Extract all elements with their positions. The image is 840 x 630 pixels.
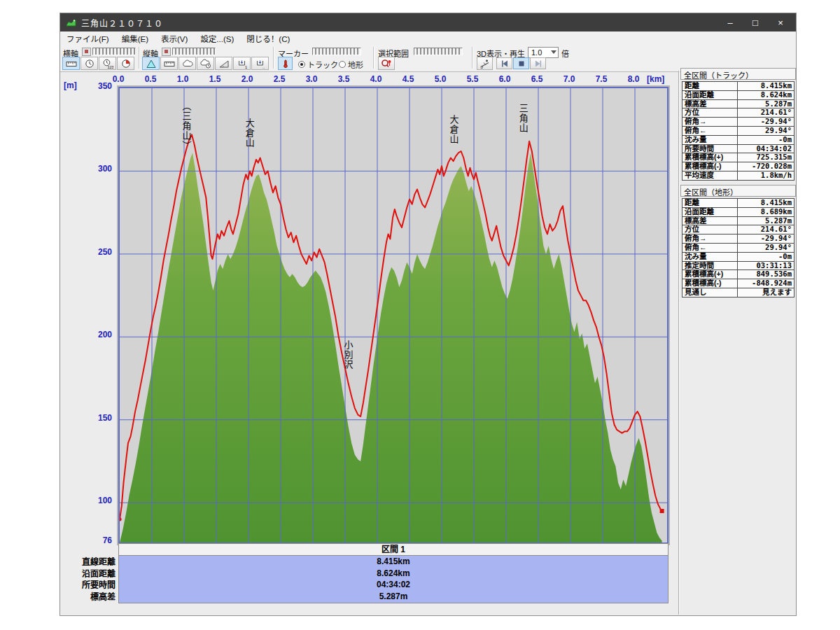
radio-terrain-label: 地形 <box>348 59 363 70</box>
stat-row: 標高差5.287m <box>682 216 794 225</box>
x-tick-label: 8.0 <box>621 74 646 84</box>
speed-select[interactable]: 1.0 <box>528 47 559 58</box>
mountain-icon-button[interactable] <box>142 57 160 70</box>
stat-row: 俯角←29.94° <box>682 243 794 252</box>
stat-label: 所要時間 <box>682 144 738 153</box>
x-tick-label: 4.0 <box>363 74 388 84</box>
stat-row: 俯角←29.94° <box>682 126 794 135</box>
elevation-chart-svg <box>120 88 667 542</box>
stat-row: 距離8.415km <box>682 82 794 91</box>
y-axis-unit: [m] <box>64 80 77 90</box>
x-tick-label: 1.5 <box>202 74 227 84</box>
stat-label: 沿面距離 <box>682 90 738 99</box>
y-tick-label: 350 <box>83 81 112 91</box>
y-tick-label: 300 <box>83 164 112 174</box>
stat-value: -29.94° <box>737 234 794 244</box>
stat-value: 8.415km <box>737 199 794 208</box>
stat-label: 俯角← <box>682 243 738 252</box>
skier-zero-icon-button[interactable]: 0 <box>477 57 493 70</box>
magnifier-pin-icon-button[interactable] <box>378 57 395 70</box>
minimize-button[interactable]: – <box>718 13 743 31</box>
stat-label: 累積標高(+) <box>682 270 738 279</box>
cloud-clock-icon-button[interactable] <box>197 57 214 70</box>
stop-icon-button[interactable] <box>513 57 529 69</box>
cloud-icon-button[interactable] <box>178 57 196 70</box>
axis-v-scale-slider[interactable] <box>172 48 216 55</box>
stat-row: 累積標高(-)-848.924m <box>682 279 794 288</box>
stat-label: 推定時間 <box>682 261 738 270</box>
sink-1-icon-button[interactable]: 1 <box>233 57 251 70</box>
stat-label: 平均速度 <box>682 171 738 180</box>
section-value: 8.415km <box>119 556 668 568</box>
x-axis-unit: [km] <box>647 74 664 84</box>
menu-item-2[interactable]: 表示(V) <box>155 31 194 46</box>
clock-123-icon-button[interactable]: 123 <box>99 57 116 70</box>
x-tick-label: 1.0 <box>170 74 195 84</box>
step-back-icon-button[interactable] <box>496 57 512 69</box>
stat-label: 沈み量 <box>682 135 738 144</box>
selection-slider[interactable] <box>414 48 463 55</box>
ruler-icon-button[interactable] <box>62 57 80 70</box>
radio-track[interactable]: トラック <box>298 59 338 70</box>
stat-row: 所要時間04:34:02 <box>682 144 794 153</box>
menu-item-3[interactable]: 設定...(S) <box>194 31 240 46</box>
peak-annotation: 小別沢 <box>343 340 353 370</box>
y-tick-label: 150 <box>83 413 112 423</box>
stat-row: 標高差5.287m <box>682 99 794 108</box>
step-forward-icon-button[interactable] <box>530 57 546 69</box>
menu-item-0[interactable]: ファイル(F) <box>60 31 115 46</box>
marker-pin-icon-button[interactable] <box>278 57 293 70</box>
stat-value: 04:34:02 <box>737 144 794 153</box>
stat-row: 累積標高(+)725.315m <box>682 153 794 162</box>
y-tick-label: 200 <box>83 330 112 340</box>
axis-h-scale-slider[interactable] <box>92 48 136 55</box>
stat-value: 03:31:13 <box>737 261 794 270</box>
clock-icon-button[interactable] <box>80 57 98 70</box>
close-button[interactable]: × <box>768 13 793 31</box>
stat-value: 725.315m <box>737 153 794 162</box>
x-tick-label: 0.5 <box>138 74 163 84</box>
panel-track-table: 距離8.415km沿面距離8.624km標高差5.287m方位214.61°俯角… <box>682 81 794 181</box>
marker-slider[interactable] <box>312 48 361 55</box>
slope-icon-button[interactable] <box>215 57 232 70</box>
app-icon <box>66 18 76 27</box>
stat-label: 沈み量 <box>682 252 738 261</box>
peak-annotation: 大倉山 <box>448 115 458 144</box>
stat-label: 俯角← <box>682 126 738 135</box>
stat-label: 俯角→ <box>682 118 738 127</box>
stat-row: 平均速度1.8km/h <box>682 171 794 180</box>
stat-label: 距離 <box>682 199 738 208</box>
app-window: 三角山２１０７１０ – □ × ファイル(F)編集(E)表示(V)設定...(S… <box>59 13 797 616</box>
stat-label: 標高差 <box>682 216 738 225</box>
section-row-label: 所要時間 <box>60 580 115 591</box>
section-row-label: 直線距離 <box>60 556 115 568</box>
menu-item-4[interactable]: 閉じる！(C) <box>240 31 296 46</box>
chevron-down-icon <box>551 50 556 54</box>
axis-v-reset-button[interactable] <box>162 48 171 56</box>
radio-terrain-circle[interactable] <box>339 61 346 68</box>
clock-pie-icon-button[interactable] <box>117 57 134 70</box>
x-tick-label: 4.5 <box>396 74 421 84</box>
menu-item-1[interactable]: 編集(E) <box>115 31 155 46</box>
elevation-chart[interactable] <box>118 87 668 544</box>
maximize-button[interactable]: □ <box>743 13 768 31</box>
stat-row: 累積標高(-)-720.028m <box>682 162 794 172</box>
stat-value: -848.924m <box>737 279 794 288</box>
x-tick-label: 6.5 <box>524 74 550 84</box>
title-bar: 三角山２１０７１０ – □ × <box>60 13 796 31</box>
stat-row: 沿面距離8.689km <box>682 207 794 216</box>
stat-value: 8.415km <box>737 82 794 91</box>
stat-value: -720.028m <box>737 162 794 172</box>
panel-divider <box>678 71 679 615</box>
axis-h-reset-button[interactable] <box>82 48 91 56</box>
radio-track-circle[interactable] <box>298 61 305 68</box>
stat-value: 見えます <box>737 288 794 297</box>
radio-terrain[interactable]: 地形 <box>339 59 363 70</box>
sink-n-icon-button[interactable]: .. <box>251 57 269 70</box>
svg-text:..: .. <box>262 64 265 69</box>
x-tick-label: 3.5 <box>331 74 356 84</box>
stat-label: 方位 <box>682 225 738 234</box>
ruler2-icon-button[interactable] <box>160 57 178 70</box>
stat-value: 8.689km <box>737 207 794 216</box>
stat-value: 8.624km <box>737 90 794 99</box>
